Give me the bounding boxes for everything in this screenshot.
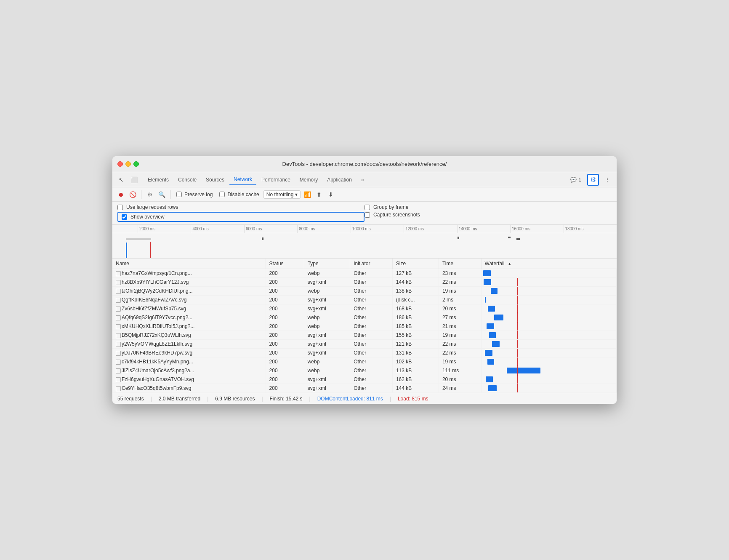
table-row[interactable]: AQfq69qS2Ig6lT9Y7vcc.png?...200webpOther… (112, 313, 617, 322)
table-row[interactable]: c7kf94kHB11kK5AyYyMn.png...200webpOther1… (112, 357, 617, 366)
feedback-button[interactable]: 💬 1 (567, 176, 585, 184)
cell-status: 200 (266, 366, 304, 375)
throttling-select[interactable]: No throttling ▾ (263, 190, 301, 199)
resources-size: 6.9 MB resources (215, 396, 255, 402)
cell-time: 20 ms (439, 375, 481, 384)
overview-content[interactable] (112, 233, 617, 258)
cell-initiator: Other (350, 287, 393, 296)
cell-initiator: Other (350, 349, 393, 357)
cell-size: 127 kB (392, 269, 439, 278)
wifi-icon[interactable]: 📶 (302, 189, 312, 200)
tab-network[interactable]: Network (229, 174, 256, 185)
cell-waterfall (481, 375, 616, 384)
cell-status: 200 (266, 340, 304, 349)
ruler-mark-9: 18000 ms (564, 225, 617, 233)
filter-button[interactable]: ⚙ (145, 189, 155, 200)
cell-type: webp (304, 269, 350, 278)
tab-console[interactable]: Console (174, 175, 201, 185)
minimize-button[interactable] (125, 161, 131, 167)
toolbar-divider-2 (170, 190, 170, 199)
cell-waterfall (481, 384, 616, 393)
table-row[interactable]: JiZisZ4UmarOjo5cAwf3.png?a...200webpOthe… (112, 366, 617, 375)
tab-sources[interactable]: Sources (202, 175, 229, 185)
preserve-log-checkbox[interactable] (176, 192, 182, 197)
table-row[interactable]: xMKUHQxXLiRDiiUTol5J.png?...200webpOther… (112, 322, 617, 331)
file-icon (116, 271, 121, 276)
file-icon (116, 342, 121, 347)
search-button[interactable]: 🔍 (157, 189, 167, 200)
table-row[interactable]: B5QMjpRJZ72xKQ3uWLlh.svg200svg+xmlOther1… (112, 331, 617, 340)
table-row[interactable]: hz8BXb9YIYLhCGarY12J.svg200svg+xmlOther1… (112, 278, 617, 287)
file-icon (116, 386, 121, 391)
cell-name: tJOhr2jBQWy2CdKHDlUI.png... (112, 287, 266, 296)
header-size[interactable]: Size (392, 259, 439, 269)
cell-waterfall (481, 269, 616, 278)
tab-more[interactable]: » (357, 175, 368, 185)
waterfall-redline (517, 349, 518, 357)
inspect-icon[interactable]: ⬜ (128, 174, 139, 185)
upload-button[interactable]: ⬆ (314, 189, 324, 200)
header-waterfall[interactable]: Waterfall ▲ (481, 259, 616, 269)
header-name[interactable]: Name (112, 259, 266, 269)
cell-waterfall (481, 349, 616, 357)
cell-size: 168 kB (392, 304, 439, 313)
cell-status: 200 (266, 269, 304, 278)
tab-elements[interactable]: Elements (144, 175, 173, 185)
close-button[interactable] (117, 161, 123, 167)
table-row[interactable]: y2W5yVOMWqgL8ZE1Lklh.svg200svg+xmlOther1… (112, 340, 617, 349)
table-row[interactable]: Zv6sbHi6fZfZMWufSp75.svg200svg+xmlOther1… (112, 304, 617, 313)
tab-application[interactable]: Application (323, 175, 356, 185)
waterfall-redline (517, 278, 518, 286)
network-table-wrapper[interactable]: Name Status Type Initiator Size Time Wat… (112, 259, 617, 393)
header-initiator[interactable]: Initiator (350, 259, 393, 269)
pointer-icon[interactable]: ↖ (116, 174, 127, 185)
waterfall-redline (517, 287, 518, 295)
settings-button[interactable]: ⚙ (587, 174, 599, 186)
cell-initiator: Other (350, 296, 393, 304)
table-row[interactable]: tJOhr2jBQWy2CdKHDlUI.png...200webpOther1… (112, 287, 617, 296)
cell-initiator: Other (350, 269, 393, 278)
cell-initiator: Other (350, 331, 393, 340)
table-row[interactable]: haz7na7GxWmpsyq/1Cn.png... 200 webp Othe… (112, 269, 617, 278)
cell-size: (disk c... (392, 296, 439, 304)
use-large-rows-item: Use large request rows (117, 204, 364, 210)
header-status[interactable]: Status (266, 259, 304, 269)
cell-initiator: Other (350, 304, 393, 313)
cell-status: 200 (266, 375, 304, 384)
download-button[interactable]: ⬇ (326, 189, 336, 200)
cell-waterfall (481, 304, 616, 313)
capture-screenshots-checkbox[interactable] (364, 212, 370, 218)
table-row[interactable]: Ce9YHacO35q8t5wbmFp9.svg200svg+xmlOther1… (112, 384, 617, 393)
header-type[interactable]: Type (304, 259, 350, 269)
use-large-rows-label: Use large request rows (126, 204, 178, 210)
waterfall-redline (517, 331, 518, 339)
cell-time: 24 ms (439, 384, 481, 393)
header-time[interactable]: Time (439, 259, 481, 269)
show-overview-label: Show overview (130, 214, 165, 220)
network-table: Name Status Type Initiator Size Time Wat… (112, 259, 617, 393)
show-overview-checkbox[interactable] (122, 214, 127, 220)
tab-memory[interactable]: Memory (295, 175, 322, 185)
clear-button[interactable]: 🚫 (128, 189, 138, 200)
table-row[interactable]: FzH6gwuHgXuGnasATVOH.svg200svg+xmlOther1… (112, 375, 617, 384)
cell-size: 138 kB (392, 287, 439, 296)
cell-waterfall (481, 322, 616, 331)
maximize-button[interactable] (133, 161, 139, 167)
more-button[interactable]: ⋮ (601, 174, 613, 186)
cell-initiator: Other (350, 322, 393, 331)
table-row[interactable]: QgftKdIKE6NqaFwlZAVc.svg200svg+xmlOther(… (112, 296, 617, 304)
tab-performance[interactable]: Performance (257, 175, 295, 185)
disable-cache-checkbox[interactable] (219, 192, 225, 197)
use-large-rows-checkbox[interactable] (117, 205, 123, 210)
record-button[interactable]: ⏺ (116, 189, 126, 200)
group-by-frame-checkbox[interactable] (364, 205, 370, 210)
file-icon (116, 377, 121, 382)
cell-size: 121 kB (392, 340, 439, 349)
cell-name: c7kf94kHB11kK5AyYyMn.png... (112, 357, 266, 366)
table-header: Name Status Type Initiator Size Time Wat… (112, 259, 617, 269)
table-row[interactable]: yDJ70NF49BREe9kHD7pw.svg200svg+xmlOther1… (112, 349, 617, 357)
cell-time: 21 ms (439, 322, 481, 331)
waterfall-redline (517, 384, 518, 392)
cell-type: svg+xml (304, 296, 350, 304)
cell-type: svg+xml (304, 384, 350, 393)
